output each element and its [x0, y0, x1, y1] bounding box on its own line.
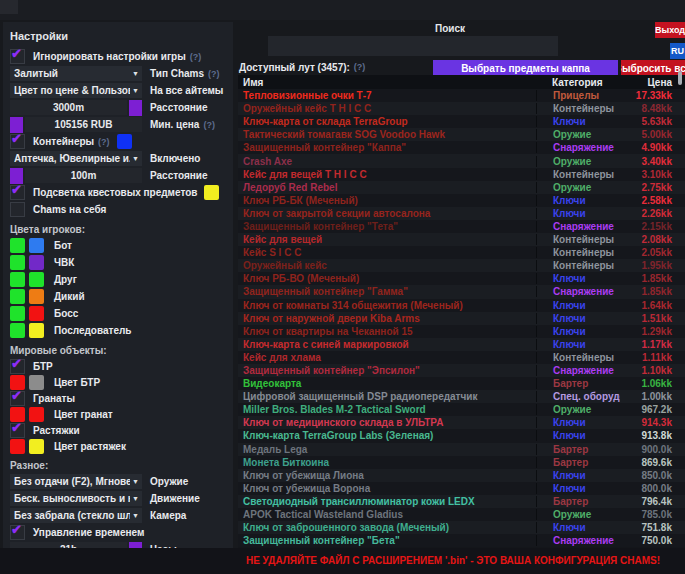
- help-hint[interactable]: (?): [190, 52, 202, 62]
- quest-highlight-checkbox[interactable]: ✔: [10, 185, 25, 200]
- tripwire-color-swatch-1[interactable]: [10, 439, 25, 454]
- loot-row[interactable]: Кейс для вещей T H I C CКонтейнеры3.10kk: [238, 168, 685, 181]
- table-scrollbar-thumb[interactable]: [678, 71, 682, 85]
- chevron-down-icon: ▼: [132, 70, 139, 77]
- player-color-swatch-1[interactable]: [10, 289, 25, 304]
- check-icon: ✔: [11, 182, 22, 197]
- distance-slider[interactable]: 3000m: [10, 100, 142, 116]
- loot-row[interactable]: Защищенный контейнер "Эпсилон"Снаряжение…: [238, 364, 685, 377]
- language-button[interactable]: RU: [670, 43, 685, 59]
- player-color-swatch-1[interactable]: [10, 323, 25, 338]
- loot-row[interactable]: Ключ-карта от склада TerraGroupКлючи5.63…: [238, 115, 685, 128]
- loot-row[interactable]: Ключ от квартиры на Чеканной 15Ключи1.29…: [238, 325, 685, 338]
- weapon-dropdown[interactable]: Без отдачи (F2), Мгновенное п ▼: [10, 474, 142, 489]
- min-price-slider[interactable]: 105156 RUB: [10, 117, 142, 133]
- tripwire-color-swatch-2[interactable]: [29, 439, 44, 454]
- loot-row[interactable]: Тактический томагавк SOG Voodoo HawkОруж…: [238, 128, 685, 141]
- player-color-swatch-1[interactable]: [10, 306, 25, 321]
- player-color-swatch-1[interactable]: [10, 255, 25, 270]
- containers-checkbox[interactable]: ✔: [10, 134, 25, 149]
- movement-dropdown[interactable]: Беск. выносливость и нет уста ▼: [10, 491, 142, 506]
- quest-highlight-label: Подсветка квестовых предметов: [33, 187, 197, 198]
- item-name: Ключ РБ-БК (Меченый): [238, 195, 536, 206]
- loot-row[interactable]: Ключ от наружной двери Kiba ArmsКлючи1.5…: [238, 312, 685, 325]
- loot-row[interactable]: Ключ-карта с синей маркировкойКлючи1.17k…: [238, 338, 685, 351]
- loot-row[interactable]: APOK Tactical Wasteland GladiusОружие785…: [238, 508, 685, 521]
- loot-row[interactable]: Ледоруб Red RebelОружие2.75kk: [238, 181, 685, 194]
- loot-row[interactable]: Медаль LegaБартер900.0k: [238, 443, 685, 456]
- loot-row[interactable]: Светодиодный трансиллюминатор кожи LEDXБ…: [238, 495, 685, 508]
- loot-row[interactable]: Кейс S I C CКонтейнеры2.05kk: [238, 246, 685, 259]
- drop-all-button[interactable]: Выбросить все: [621, 60, 685, 76]
- search-input[interactable]: [268, 36, 558, 56]
- item-price: 2.75kk: [620, 182, 685, 193]
- exit-button[interactable]: Выход: [655, 22, 685, 38]
- loot-row[interactable]: Цифровой защищенный DSP радиопередатчикС…: [238, 390, 685, 403]
- loot-row[interactable]: Miller Bros. Blades M-2 Tactical SwordОр…: [238, 403, 685, 416]
- containers-filter-dropdown[interactable]: Аптечка, Ювелирные и... ▼: [10, 151, 142, 166]
- loot-row[interactable]: Ключ от убежища ВоронаКлючи800.0k: [238, 482, 685, 495]
- chams-type-dropdown[interactable]: Залитый ▼: [10, 66, 142, 81]
- loot-row[interactable]: Crash AxeОружие3.40kk: [238, 154, 685, 167]
- titlebar-corner-tab: [0, 0, 18, 14]
- loot-row[interactable]: Ключ РБ-ВО (Меченый)Ключи1.85kk: [238, 272, 685, 285]
- player-color-swatch-1[interactable]: [10, 238, 25, 253]
- item-price: 3.40kk: [620, 156, 685, 167]
- loot-row[interactable]: Защищенный контейнер "Бета"Снаряжение750…: [238, 534, 685, 547]
- column-header-price[interactable]: Цена: [620, 77, 685, 88]
- containers-distance-slider[interactable]: 100m: [10, 168, 142, 184]
- column-header-name[interactable]: Имя: [238, 77, 536, 88]
- player-color-swatch-2[interactable]: [29, 255, 44, 270]
- loot-row[interactable]: Ключ от заброшенного завода (Меченый)Клю…: [238, 521, 685, 534]
- item-price: 2.15kk: [620, 221, 685, 232]
- containers-color-swatch[interactable]: [117, 134, 132, 149]
- loot-row[interactable]: Оружейный кейсКонтейнеры1.95kk: [238, 259, 685, 272]
- player-color-swatch-2[interactable]: [29, 289, 44, 304]
- loot-row[interactable]: Монета БиткоинаБартер869.6k: [238, 456, 685, 469]
- loot-row[interactable]: ВидеокартаБартер1.06kk: [238, 377, 685, 390]
- chevron-down-icon: ▼: [132, 512, 139, 519]
- loot-row[interactable]: Защищенный контейнер "Тета"Снаряжение2.1…: [238, 220, 685, 233]
- loot-row[interactable]: Кейс для хламаКонтейнеры1.11kk: [238, 351, 685, 364]
- item-name: Защищенный контейнер "Каппа": [238, 142, 536, 153]
- loot-row[interactable]: Оружейный кейс T H I C CКонтейнеры8.48kk: [238, 102, 685, 115]
- help-hint[interactable]: (?): [98, 137, 110, 147]
- player-color-swatch-1[interactable]: [10, 272, 25, 287]
- help-hint[interactable]: (?): [208, 69, 220, 79]
- loot-row[interactable]: Ключ от медицинского склада в УЛЬТРАКлюч…: [238, 416, 685, 429]
- time-control-checkbox[interactable]: ✔: [10, 525, 25, 540]
- loot-row[interactable]: Защищенный контейнер "Гамма"Снаряжение1.…: [238, 285, 685, 298]
- player-color-swatch-2[interactable]: [29, 272, 44, 287]
- item-category: Оружие: [536, 182, 620, 193]
- player-color-swatch-2[interactable]: [29, 323, 44, 338]
- chams-self-checkbox[interactable]: ✔: [10, 202, 25, 217]
- column-header-category[interactable]: Категория: [536, 77, 620, 88]
- item-name: Защищенный контейнер "Бета": [238, 535, 536, 546]
- help-hint[interactable]: (?): [354, 62, 366, 73]
- player-color-swatch-2[interactable]: [29, 238, 44, 253]
- grenades-checkbox[interactable]: ✔: [10, 391, 25, 406]
- tripwires-checkbox[interactable]: ✔: [10, 423, 25, 438]
- containers-filter-label: Включено: [150, 153, 200, 164]
- item-price: 1.95kk: [620, 260, 685, 271]
- ignore-game-settings-checkbox[interactable]: ✔: [10, 49, 25, 64]
- slider-thumb[interactable]: [129, 100, 142, 116]
- loot-row[interactable]: Ключ от убежища ЛионаКлючи850.0k: [238, 469, 685, 482]
- loot-row[interactable]: Ключ от комнаты 314 общежития (Меченый)К…: [238, 299, 685, 312]
- item-price: 5.63kk: [620, 116, 685, 127]
- loot-row[interactable]: Кейс для вещейКонтейнеры2.08kk: [238, 233, 685, 246]
- loot-row[interactable]: Ключ от закрытой секции автосалонаКлючи2…: [238, 207, 685, 220]
- quest-color-swatch[interactable]: [204, 185, 219, 200]
- loot-row[interactable]: Защищенный контейнер "Каппа"Снаряжение4.…: [238, 141, 685, 154]
- grenade-color-swatch-2[interactable]: [29, 407, 44, 422]
- color-mode-dropdown[interactable]: Цвет по цене & Пользователь ▼: [10, 83, 142, 98]
- select-kappa-items-button[interactable]: Выбрать предметы каппа: [433, 60, 618, 76]
- loot-row[interactable]: Ключ РБ-БК (Меченый)Ключи2.58kk: [238, 194, 685, 207]
- camera-dropdown[interactable]: Без забрала (стекло шлема) ▼: [10, 508, 142, 523]
- btr-checkbox[interactable]: ✔: [10, 359, 25, 374]
- loot-row[interactable]: Тепловизионные очки Т-7Прицелы17.33kk: [238, 89, 685, 102]
- help-hint[interactable]: (?): [203, 120, 215, 130]
- btr-color-swatch-2[interactable]: [29, 375, 44, 390]
- player-color-swatch-2[interactable]: [29, 306, 44, 321]
- loot-row[interactable]: Ключ-карта TerraGroup Labs (Зеленая)Ключ…: [238, 429, 685, 442]
